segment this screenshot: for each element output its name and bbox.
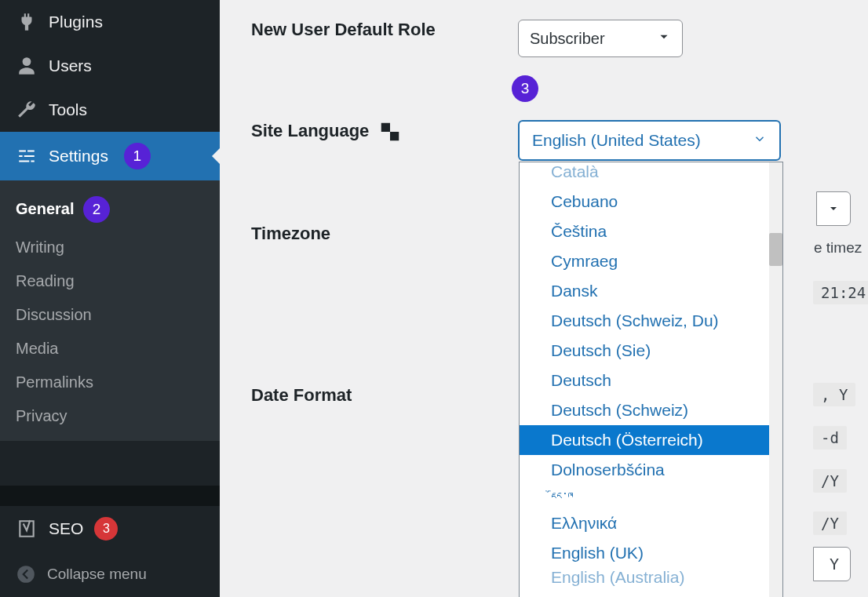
menu-item-users[interactable]: Users bbox=[0, 44, 220, 88]
collapse-label: Collapse menu bbox=[47, 566, 147, 583]
language-option[interactable]: Cymraeg bbox=[520, 246, 782, 276]
sidebar-lower: SEO 3 Collapse menu bbox=[0, 486, 220, 597]
menu-item-settings[interactable]: Settings 1 bbox=[0, 132, 220, 180]
chevron-down-icon bbox=[753, 131, 767, 150]
label-new-user-default-role: New User Default Role bbox=[220, 0, 518, 60]
label-timezone: Timezone bbox=[220, 204, 518, 264]
site-language-dropdown: Català Cebuano Čeština Cymraeg Dansk Deu… bbox=[519, 162, 783, 597]
submenu-item-general[interactable]: General 2 bbox=[0, 188, 220, 231]
seo-notification-badge: 3 bbox=[94, 517, 118, 541]
language-option[interactable]: Čeština bbox=[520, 217, 782, 246]
menu-item-seo[interactable]: SEO 3 bbox=[0, 506, 220, 551]
language-option[interactable]: Ελληνικά bbox=[520, 508, 782, 538]
submenu-item-permalinks[interactable]: Permalinks bbox=[0, 366, 220, 399]
submenu-item-privacy[interactable]: Privacy bbox=[0, 399, 220, 433]
admin-sidebar: Plugins Users Tools Settings 1 General 2… bbox=[0, 0, 220, 597]
date-format-code-fragment: -d bbox=[813, 426, 847, 450]
language-option[interactable]: Deutsch bbox=[520, 366, 782, 395]
language-option[interactable]: Deutsch (Schweiz, Du) bbox=[520, 306, 782, 336]
language-option[interactable]: Dansk bbox=[520, 276, 782, 306]
language-option[interactable]: Deutsch (Schweiz) bbox=[520, 395, 782, 425]
collapse-icon bbox=[16, 564, 36, 584]
row-site-language: Site Language 3 English (United States) … bbox=[220, 100, 868, 180]
language-option[interactable]: Dolnoserbšćina bbox=[520, 455, 782, 485]
submenu-item-discussion[interactable]: Discussion bbox=[0, 298, 220, 332]
language-option[interactable]: Deutsch (Sie) bbox=[520, 336, 782, 366]
select-value: English (United States) bbox=[532, 131, 701, 150]
dropdown-scrollbar-track[interactable] bbox=[769, 162, 782, 597]
submenu-label: General bbox=[16, 200, 74, 217]
select-value: Subscriber bbox=[530, 30, 605, 48]
collapse-menu-button[interactable]: Collapse menu bbox=[0, 551, 220, 597]
user-icon bbox=[16, 55, 38, 77]
annotation-step-2: 2 bbox=[83, 196, 110, 223]
menu-label: Settings bbox=[49, 147, 108, 166]
dropdown-scrollbar-thumb[interactable] bbox=[769, 233, 782, 266]
wrench-icon bbox=[16, 99, 38, 121]
chevron-down-icon bbox=[657, 30, 671, 48]
plug-icon bbox=[16, 11, 38, 33]
menu-label: Users bbox=[49, 56, 92, 75]
translate-icon bbox=[378, 120, 402, 144]
language-option[interactable]: Català bbox=[520, 162, 782, 187]
select-site-language[interactable]: English (United States) Català Cebuano Č… bbox=[518, 120, 781, 161]
label-site-language: Site Language bbox=[220, 100, 518, 163]
settings-submenu: General 2 Writing Reading Discussion Med… bbox=[0, 180, 220, 441]
submenu-item-media[interactable]: Media bbox=[0, 332, 220, 366]
select-new-user-default-role[interactable]: Subscriber bbox=[518, 20, 683, 57]
label-date-format: Date Format bbox=[220, 366, 518, 425]
date-format-code-fragment: , Y bbox=[813, 383, 855, 406]
language-option[interactable]: English (UK) bbox=[520, 538, 782, 568]
language-option-highlighted[interactable]: Deutsch (Österreich) bbox=[520, 425, 782, 455]
sidebar-separator bbox=[0, 486, 220, 506]
language-option[interactable]: English (Australia) bbox=[520, 568, 782, 592]
settings-general-page: New User Default Role Subscriber Site La… bbox=[220, 0, 868, 597]
sliders-icon bbox=[16, 145, 38, 167]
menu-label: Tools bbox=[49, 100, 87, 119]
language-option[interactable]: Cebuano bbox=[520, 187, 782, 217]
timezone-help-text-fragment: e timez bbox=[814, 239, 862, 257]
menu-label: Plugins bbox=[49, 13, 103, 31]
submenu-item-reading[interactable]: Reading bbox=[0, 264, 220, 298]
svg-point-0 bbox=[17, 566, 35, 583]
date-format-code-fragment: /Y bbox=[813, 511, 847, 535]
date-format-code-fragment: /Y bbox=[813, 469, 847, 493]
annotation-step-1: 1 bbox=[124, 143, 151, 169]
menu-item-plugins[interactable]: Plugins bbox=[0, 0, 220, 44]
language-option[interactable]: ཇོང་ཁ bbox=[520, 485, 782, 508]
annotation-step-3: 3 bbox=[512, 75, 538, 102]
submenu-item-writing[interactable]: Writing bbox=[0, 231, 220, 264]
menu-label: SEO bbox=[49, 519, 83, 538]
custom-date-format-input-fragment[interactable]: Y bbox=[813, 547, 851, 581]
menu-item-tools[interactable]: Tools bbox=[0, 88, 220, 132]
row-new-user-default-role: New User Default Role Subscriber bbox=[220, 0, 868, 77]
yoast-icon bbox=[16, 518, 38, 540]
timezone-select-partial[interactable] bbox=[816, 191, 851, 226]
utc-time-fragment: 21:24: bbox=[813, 281, 868, 304]
